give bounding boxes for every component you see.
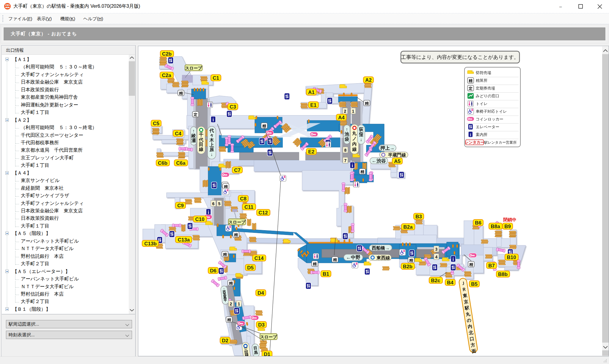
svg-text:5: 5 bbox=[218, 201, 221, 206]
svg-text:B3: B3 bbox=[415, 214, 422, 219]
svg-text:線: 線 bbox=[352, 147, 357, 152]
svg-text:2: 2 bbox=[344, 109, 346, 114]
svg-text:B2c: B2c bbox=[431, 278, 440, 283]
svg-text:D5: D5 bbox=[247, 265, 254, 271]
svg-text:8: 8 bbox=[344, 148, 347, 153]
svg-text:i: i bbox=[213, 117, 214, 122]
svg-text:車椅子対応トイレ: 車椅子対応トイレ bbox=[476, 109, 507, 114]
svg-text:C11: C11 bbox=[244, 204, 253, 210]
svg-text:々: 々 bbox=[210, 133, 214, 138]
svg-text:A5: A5 bbox=[394, 159, 401, 164]
svg-text:C9: C9 bbox=[177, 203, 184, 208]
svg-text:i: i bbox=[453, 257, 454, 262]
svg-text:3: 3 bbox=[435, 247, 438, 252]
svg-text:↑: ↑ bbox=[346, 127, 348, 132]
svg-text:C6b: C6b bbox=[158, 160, 167, 166]
svg-text:B8b: B8b bbox=[498, 272, 508, 277]
svg-text:切符売場: 切符売場 bbox=[475, 70, 491, 75]
svg-text:C4: C4 bbox=[175, 131, 181, 136]
svg-text:i: i bbox=[208, 210, 209, 215]
svg-text:の: の bbox=[466, 317, 472, 323]
svg-text:スロープ: スロープ bbox=[260, 335, 277, 339]
svg-text:D3: D3 bbox=[258, 322, 265, 328]
svg-text:A4: A4 bbox=[338, 115, 345, 120]
svg-text:丸: 丸 bbox=[352, 131, 357, 136]
svg-text:トイレ: トイレ bbox=[476, 101, 488, 106]
svg-text:1: 1 bbox=[238, 302, 240, 306]
svg-text:B2a: B2a bbox=[403, 224, 413, 230]
svg-text:←中野: ←中野 bbox=[346, 255, 360, 260]
svg-text:B8a: B8a bbox=[491, 224, 500, 229]
svg-text:C7: C7 bbox=[234, 167, 241, 173]
svg-text:B5: B5 bbox=[471, 281, 478, 287]
svg-text:C2b: C2b bbox=[162, 51, 172, 57]
svg-text:B2b: B2b bbox=[403, 264, 412, 269]
svg-text:内: 内 bbox=[467, 324, 473, 329]
svg-text:代: 代 bbox=[209, 128, 214, 133]
svg-text:精: 精 bbox=[224, 184, 228, 189]
svg-text:みどりの窓口: みどりの窓口 bbox=[476, 94, 499, 98]
svg-text:C3: C3 bbox=[230, 104, 236, 110]
svg-text:精算所: 精算所 bbox=[476, 78, 487, 83]
svg-text:B1: B1 bbox=[323, 271, 329, 277]
svg-text:B4: B4 bbox=[447, 280, 453, 285]
svg-text:窪: 窪 bbox=[359, 132, 363, 137]
svg-text:A2: A2 bbox=[365, 77, 372, 83]
svg-text:C6a: C6a bbox=[176, 160, 186, 166]
svg-text:1: 1 bbox=[352, 109, 354, 114]
svg-text:綾: 綾 bbox=[191, 133, 196, 138]
svg-text:案内所: 案内所 bbox=[476, 132, 487, 137]
svg-text:定: 定 bbox=[468, 86, 473, 91]
svg-text:C5: C5 bbox=[153, 121, 159, 126]
svg-text:半蔵門線: 半蔵門線 bbox=[388, 152, 406, 157]
svg-text:上: 上 bbox=[209, 142, 214, 147]
svg-text:スロープ: スロープ bbox=[229, 220, 246, 225]
svg-text:千: 千 bbox=[199, 132, 203, 137]
svg-text:D1: D1 bbox=[264, 352, 270, 356]
svg-text:瀬: 瀬 bbox=[192, 138, 196, 143]
svg-text:C13b: C13b bbox=[144, 241, 157, 247]
svg-text:精: 精 bbox=[313, 262, 317, 266]
svg-text:押上→: 押上→ bbox=[380, 145, 395, 150]
svg-text:精: 精 bbox=[179, 91, 183, 95]
svg-text:E2: E2 bbox=[308, 149, 315, 155]
svg-text:定: 定 bbox=[193, 112, 197, 117]
svg-text:B7: B7 bbox=[488, 263, 495, 269]
svg-text:2: 2 bbox=[230, 302, 232, 306]
svg-text:京: 京 bbox=[463, 299, 469, 305]
svg-text:Ｊ: Ｊ bbox=[461, 280, 466, 286]
svg-text:精: 精 bbox=[409, 258, 413, 263]
svg-text:B6: B6 bbox=[475, 220, 481, 226]
svg-text:D4: D4 bbox=[258, 290, 264, 296]
svg-text:E1: E1 bbox=[310, 102, 317, 108]
svg-text:B9: B9 bbox=[504, 224, 511, 229]
svg-text:口: 口 bbox=[469, 336, 474, 341]
svg-text:精: 精 bbox=[365, 101, 369, 106]
svg-text:B10: B10 bbox=[507, 255, 516, 260]
svg-text:精: 精 bbox=[468, 79, 473, 83]
svg-text:丸: 丸 bbox=[465, 311, 470, 317]
svg-text:平: 平 bbox=[224, 298, 227, 302]
svg-text:内: 内 bbox=[352, 141, 357, 146]
svg-text:精: 精 bbox=[234, 233, 238, 237]
svg-text:田: 田 bbox=[199, 142, 203, 147]
svg-text:方: 方 bbox=[470, 342, 475, 348]
svg-text:Ｒ: Ｒ bbox=[462, 286, 467, 292]
svg-text:池: 池 bbox=[344, 131, 349, 136]
svg-text:C10: C10 bbox=[195, 216, 204, 222]
svg-text:駅レンタカー営業所: 駅レンタカー営業所 bbox=[484, 140, 517, 145]
svg-text:木: 木 bbox=[209, 137, 214, 142]
svg-text:A1: A1 bbox=[308, 90, 315, 95]
svg-text:スロープ: スロープ bbox=[185, 66, 203, 70]
svg-text:↑: ↑ bbox=[192, 128, 195, 133]
svg-text:精: 精 bbox=[227, 318, 231, 322]
svg-text:C2a: C2a bbox=[162, 73, 171, 78]
svg-text:D2: D2 bbox=[222, 338, 228, 343]
svg-text:レンタカー: レンタカー bbox=[465, 140, 484, 145]
svg-text:荻: 荻 bbox=[359, 127, 364, 132]
svg-text:←渋谷: ←渋谷 bbox=[372, 158, 386, 163]
svg-text:閉鎖中: 閉鎖中 bbox=[503, 217, 517, 222]
svg-text:原: 原 bbox=[209, 147, 214, 152]
svg-text:i: i bbox=[352, 163, 353, 168]
svg-text:袋: 袋 bbox=[344, 136, 349, 142]
